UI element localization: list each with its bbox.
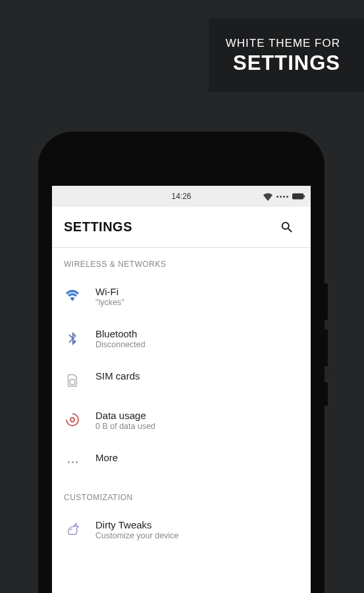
promo-line1: WHITE THEME FOR — [226, 37, 340, 50]
item-bluetooth-sub: Disconnected — [95, 340, 145, 349]
item-dirty-sub: Customize your device — [95, 531, 178, 540]
item-bluetooth-label: Bluetooth — [95, 328, 145, 339]
item-sim-label: SIM cards — [95, 370, 140, 381]
bluetooth-icon — [64, 329, 81, 347]
svg-rect-1 — [303, 195, 305, 198]
volume-up-button — [325, 283, 328, 320]
status-bar: 14:26 — [52, 186, 311, 207]
more-icon — [64, 453, 81, 470]
section-custom-header: CUSTOMIZATION — [52, 481, 311, 509]
volume-down-button — [325, 329, 328, 366]
status-time: 14:26 — [171, 192, 191, 201]
item-bluetooth[interactable]: Bluetooth Disconnected — [52, 318, 311, 360]
svg-rect-2 — [70, 380, 74, 384]
promo-banner: WHITE THEME FOR SETTINGS — [209, 18, 364, 92]
item-data[interactable]: Data usage 0 B of data used — [52, 399, 311, 441]
item-dirty-tweaks[interactable]: Dirty Tweaks Customize your device — [52, 509, 311, 551]
item-more[interactable]: More — [52, 441, 311, 481]
search-button[interactable] — [275, 215, 299, 239]
app-bar: SETTINGS — [52, 207, 311, 248]
item-dirty-label: Dirty Tweaks — [95, 519, 178, 530]
power-button — [325, 382, 328, 406]
section-wireless-header: WIRELESS & NETWORKS — [52, 248, 311, 275]
wifi-icon — [64, 287, 81, 304]
screen: 14:26 SETTINGS — [52, 186, 311, 593]
page-title: SETTINGS — [64, 219, 132, 235]
data-usage-icon — [64, 411, 81, 428]
promo-line2: SETTINGS — [226, 51, 340, 75]
item-wifi-sub: "lyckes" — [95, 298, 124, 307]
item-sim[interactable]: SIM cards — [52, 360, 311, 399]
wifi-status-icon — [263, 192, 273, 201]
search-icon — [280, 220, 294, 235]
svg-rect-0 — [292, 193, 303, 199]
unicorn-icon — [64, 521, 81, 538]
status-right — [263, 192, 305, 201]
battery-icon — [292, 193, 305, 200]
item-wifi-label: Wi-Fi — [95, 286, 124, 297]
svg-point-3 — [70, 418, 74, 422]
phone-frame: 14:26 SETTINGS — [38, 132, 325, 593]
sim-icon — [64, 372, 81, 389]
item-more-label: More — [95, 452, 118, 463]
settings-list: WIRELESS & NETWORKS Wi-Fi "lyckes" Bluet… — [52, 248, 311, 551]
item-data-sub: 0 B of data used — [95, 422, 155, 431]
signal-dots-icon — [276, 196, 288, 198]
item-wifi[interactable]: Wi-Fi "lyckes" — [52, 275, 311, 318]
item-data-label: Data usage — [95, 410, 155, 421]
